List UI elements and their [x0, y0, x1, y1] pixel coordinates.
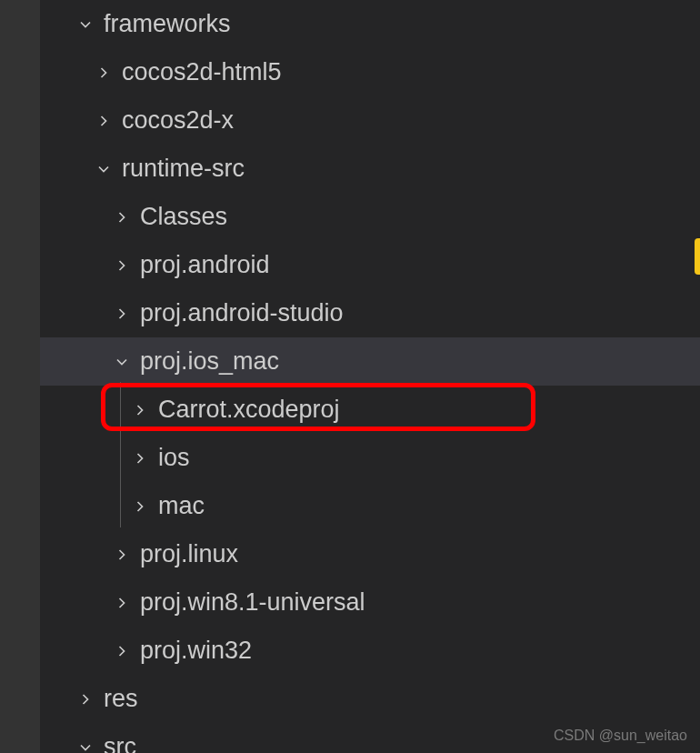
tree-label: proj.win32 [140, 637, 252, 665]
tree-folder-res[interactable]: res [40, 675, 700, 723]
chevron-right-icon [76, 690, 95, 708]
tree-folder-ios[interactable]: ios [40, 434, 700, 482]
tree-label: cocos2d-html5 [122, 58, 282, 86]
chevron-down-icon [76, 738, 95, 754]
tree-folder-proj-linux[interactable]: proj.linux [40, 530, 700, 578]
chevron-down-icon [76, 15, 95, 34]
chevron-down-icon [113, 353, 131, 371]
chevron-right-icon [113, 208, 131, 226]
tree-folder-cocos2d-x[interactable]: cocos2d-x [40, 96, 700, 145]
tree-label: proj.android-studio [140, 299, 344, 327]
tree-label: proj.ios_mac [140, 347, 279, 376]
tree-label: frameworks [104, 10, 231, 38]
tree-folder-frameworks[interactable]: frameworks [40, 0, 700, 48]
tree-folder-runtime-src[interactable]: runtime-src [40, 145, 700, 193]
chevron-right-icon [113, 594, 131, 612]
tree-item-carrot-xcodeproj[interactable]: Carrot.xcodeproj [40, 386, 700, 434]
tree-folder-cocos2d-html5[interactable]: cocos2d-html5 [40, 48, 700, 96]
chevron-right-icon [113, 256, 131, 275]
tree-folder-classes[interactable]: Classes [40, 193, 700, 241]
tree-label: mac [158, 492, 205, 520]
emoji-annotation-peek [695, 238, 700, 275]
tree-label: cocos2d-x [122, 106, 234, 135]
sidebar-strip [0, 0, 40, 753]
tree-folder-proj-win81[interactable]: proj.win8.1-universal [40, 578, 700, 627]
tree-folder-proj-android[interactable]: proj.android [40, 241, 700, 289]
watermark-text: CSDN @sun_weitao [554, 728, 687, 744]
tree-label: runtime-src [122, 155, 245, 183]
chevron-down-icon [95, 160, 113, 178]
tree-folder-proj-ios-mac[interactable]: proj.ios_mac [40, 337, 700, 386]
chevron-right-icon [131, 497, 149, 516]
tree-label: src [104, 733, 136, 753]
tree-label: proj.android [140, 251, 270, 279]
chevron-right-icon [113, 305, 131, 323]
tree-label: Classes [140, 203, 227, 231]
tree-label: res [104, 685, 138, 713]
file-tree: frameworks cocos2d-html5 cocos2d-x runti… [40, 0, 700, 753]
tree-folder-proj-android-studio[interactable]: proj.android-studio [40, 289, 700, 337]
chevron-right-icon [131, 401, 149, 419]
tree-folder-mac[interactable]: mac [40, 482, 700, 530]
chevron-right-icon [113, 642, 131, 660]
indent-guide [120, 382, 121, 527]
tree-folder-proj-win32[interactable]: proj.win32 [40, 627, 700, 675]
tree-label: ios [158, 444, 190, 472]
tree-label: proj.linux [140, 540, 238, 568]
chevron-right-icon [95, 64, 113, 82]
chevron-right-icon [95, 112, 113, 130]
tree-label: Carrot.xcodeproj [158, 396, 340, 424]
chevron-right-icon [131, 449, 149, 467]
chevron-right-icon [113, 546, 131, 564]
tree-label: proj.win8.1-universal [140, 588, 365, 617]
